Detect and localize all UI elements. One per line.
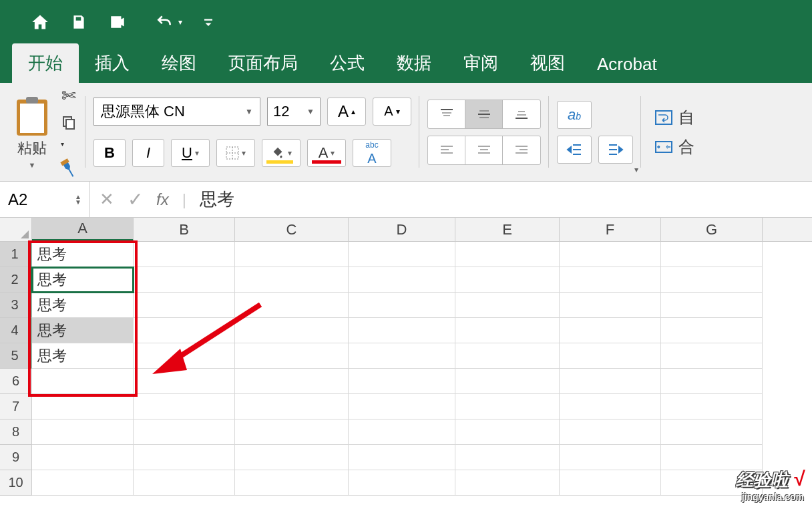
font-color-button[interactable]: A▾ (307, 139, 346, 167)
cell[interactable] (32, 394, 134, 419)
cell[interactable] (560, 419, 661, 445)
cell[interactable] (32, 470, 134, 496)
border-button[interactable]: ▾ (216, 139, 255, 167)
col-header-B[interactable]: B (134, 218, 235, 241)
cell[interactable] (349, 242, 455, 267)
cell[interactable] (32, 445, 134, 470)
cancel-icon[interactable]: ✕ (99, 189, 114, 210)
paste-icon[interactable] (15, 96, 49, 136)
cell[interactable] (235, 343, 349, 369)
increase-font-button[interactable]: A▴ (327, 98, 366, 126)
row-header-9[interactable]: 9 (0, 445, 31, 470)
bold-button[interactable]: B (93, 139, 126, 167)
cell[interactable] (349, 369, 455, 394)
cell[interactable] (134, 318, 235, 343)
font-name-select[interactable]: 思源黑体 CN ▼ (93, 98, 260, 126)
cell-grid[interactable]: 思考 思考 思考 思考 思考 (32, 242, 812, 496)
row-header-1[interactable]: 1 (0, 242, 31, 267)
tab-formulas[interactable]: 公式 (314, 43, 381, 83)
tab-draw[interactable]: 绘图 (146, 43, 212, 83)
cell[interactable] (560, 445, 661, 470)
align-middle-button[interactable] (465, 100, 503, 128)
cell[interactable] (349, 394, 455, 419)
row-header-10[interactable]: 10 (0, 470, 31, 496)
cell[interactable] (661, 369, 763, 394)
decrease-font-button[interactable]: A▾ (373, 98, 411, 126)
tab-insert[interactable]: 插入 (79, 43, 146, 83)
row-header-3[interactable]: 3 (0, 293, 31, 318)
cell[interactable] (134, 419, 235, 445)
cell-A3[interactable]: 思考 (32, 293, 134, 318)
undo-icon[interactable]: ▾ (153, 13, 182, 31)
cell[interactable] (349, 343, 455, 369)
underline-button[interactable]: U▾ (171, 139, 210, 167)
cell[interactable] (235, 419, 349, 445)
tab-page-layout[interactable]: 页面布局 (212, 43, 314, 83)
save-icon[interactable] (70, 13, 87, 31)
name-box[interactable]: A2 ▲▼ (0, 182, 90, 217)
cell[interactable] (560, 242, 661, 267)
cell[interactable] (560, 343, 661, 369)
col-header-C[interactable]: C (235, 218, 349, 241)
col-header-D[interactable]: D (349, 218, 455, 241)
align-right-button[interactable] (503, 136, 540, 164)
cell[interactable] (661, 242, 763, 267)
align-left-button[interactable] (428, 136, 465, 164)
tab-view[interactable]: 视图 (514, 43, 581, 83)
cell[interactable] (560, 369, 661, 394)
select-all-corner[interactable] (0, 218, 32, 241)
phonetic-button[interactable]: abc A (353, 139, 391, 167)
cell[interactable] (235, 369, 349, 394)
cut-icon[interactable]: ✄ (61, 86, 76, 106)
cell[interactable] (134, 267, 235, 293)
cell[interactable] (455, 470, 560, 496)
cell[interactable] (235, 445, 349, 470)
cell[interactable] (560, 267, 661, 293)
cell[interactable] (32, 369, 134, 394)
cell[interactable] (235, 293, 349, 318)
cell[interactable] (560, 394, 661, 419)
cell[interactable] (235, 318, 349, 343)
cell[interactable] (235, 267, 349, 293)
cell[interactable] (560, 318, 661, 343)
font-size-select[interactable]: 12 ▼ (267, 98, 321, 126)
cell[interactable] (661, 318, 763, 343)
cell-A5[interactable]: 思考 (32, 343, 134, 369)
tab-acrobat[interactable]: Acrobat (581, 46, 673, 83)
cell[interactable] (349, 470, 455, 496)
cell-A1[interactable]: 思考 (32, 242, 134, 267)
enter-icon[interactable]: ✓ (128, 188, 143, 210)
row-header-4[interactable]: 4 (0, 318, 31, 343)
cell[interactable] (455, 267, 560, 293)
row-header-5[interactable]: 5 (0, 343, 31, 369)
cell[interactable] (349, 267, 455, 293)
fx-icon[interactable]: fx (156, 190, 169, 209)
align-top-button[interactable] (428, 100, 465, 128)
cell[interactable] (134, 343, 235, 369)
cell[interactable] (455, 242, 560, 267)
format-painter-icon[interactable] (56, 156, 81, 182)
cell[interactable] (349, 419, 455, 445)
cell[interactable] (661, 293, 763, 318)
cell[interactable] (455, 343, 560, 369)
name-box-stepper[interactable]: ▲▼ (75, 194, 81, 205)
cell[interactable] (349, 318, 455, 343)
cell[interactable] (235, 470, 349, 496)
home-icon[interactable] (30, 13, 50, 31)
tab-review[interactable]: 审阅 (447, 43, 514, 83)
cell[interactable] (661, 445, 763, 470)
cell[interactable] (134, 394, 235, 419)
cell-A2[interactable]: 思考 (32, 267, 134, 293)
cell[interactable] (560, 470, 661, 496)
cell[interactable] (661, 419, 763, 445)
merge-cells-button[interactable]: 合 (654, 136, 694, 158)
cell[interactable] (455, 419, 560, 445)
orientation-button[interactable]: ab ▾ (557, 101, 592, 129)
copy-icon[interactable]: ▾ (61, 114, 77, 151)
row-header-7[interactable]: 7 (0, 394, 31, 419)
align-center-button[interactable] (465, 136, 503, 164)
row-header-2[interactable]: 2 (0, 267, 31, 293)
cell[interactable] (455, 369, 560, 394)
col-header-A[interactable]: A (32, 218, 134, 241)
col-header-E[interactable]: E (455, 218, 560, 241)
